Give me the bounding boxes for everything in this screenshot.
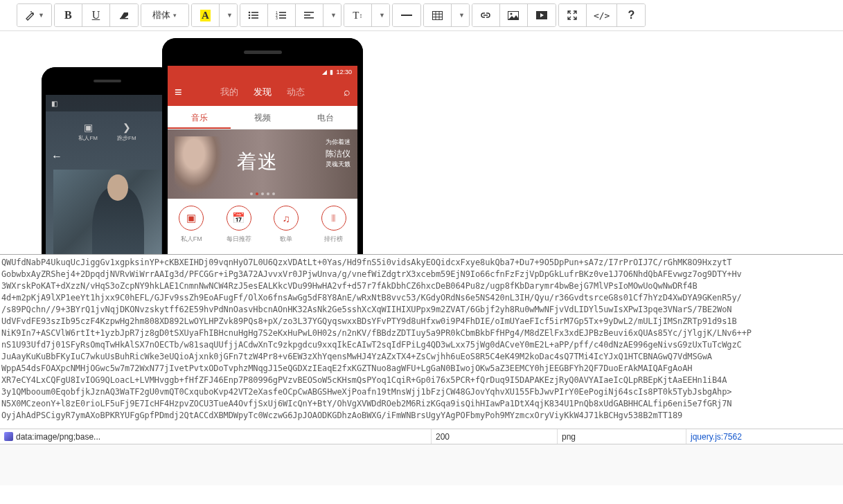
svg-rect-14 <box>304 15 310 16</box>
base64-output[interactable]: QWUfdNabP4UkuqUcJiggGv1xgpksinYP+cKBXEIH… <box>0 255 843 429</box>
feature-rank: ⫴排行榜 <box>310 206 358 249</box>
table-button[interactable] <box>424 4 452 26</box>
magic-button[interactable]: ▼ <box>17 4 51 26</box>
ordered-list-button[interactable]: 123 <box>268 4 296 26</box>
svg-rect-16 <box>401 15 412 16</box>
feature-icons: ▣私人FM 📅每日推荐 ♫歌单 ⫴排行榜 <box>168 199 357 249</box>
run-icon: ❯ <box>117 122 136 133</box>
svg-rect-10 <box>279 15 286 16</box>
svg-rect-13 <box>304 12 314 13</box>
editor-container: ▼ B U 楷体▾ A ▼ 123 ▼ T↕ ▼ ▼ <box>0 0 843 254</box>
resource-icon <box>4 432 13 441</box>
editor-toolbar: ▼ B U 楷体▾ A ▼ 123 ▼ T↕ ▼ ▼ <box>0 0 843 31</box>
svg-point-5 <box>249 17 251 19</box>
fm-icon: ▣ <box>179 206 204 231</box>
table-dropdown[interactable]: ▼ <box>452 4 469 26</box>
resource-name-cell[interactable]: data:image/png;base... <box>0 429 432 444</box>
nav-my: 我的 <box>220 86 238 98</box>
banner-title: 着迷 <box>237 149 278 175</box>
feature-playlist: ♫歌单 <box>263 206 310 249</box>
status-time: 12:30 <box>336 69 352 75</box>
svg-point-23 <box>511 12 513 15</box>
radio-icon: ▣ <box>78 122 98 133</box>
back-arrow-icon: ← <box>51 150 163 163</box>
initiator-link[interactable]: jquery.js:7562 <box>691 432 742 442</box>
feature-daily: 📅每日推荐 <box>215 206 263 249</box>
initiator-cell[interactable]: jquery.js:7562 <box>686 429 843 444</box>
picture-button[interactable] <box>500 4 528 26</box>
svg-point-3 <box>249 15 251 17</box>
font-family-label: 楷体 <box>152 9 170 21</box>
editor-content-area[interactable]: ◧ ▣私人FM ❯跑步FM ← 寻 外 ◢ <box>0 31 843 254</box>
resource-name: data:image/png;base... <box>16 432 100 442</box>
font-color-button[interactable]: A <box>192 4 220 26</box>
devtools-empty-area <box>0 444 843 485</box>
phone-mockup-back: ◧ ▣私人FM ❯跑步FM ← 寻 外 <box>42 67 173 254</box>
paragraph-dropdown[interactable]: ▼ <box>323 4 341 26</box>
calendar-icon: 📅 <box>227 206 251 231</box>
back-nav-run: ❯跑步FM <box>117 122 136 142</box>
subtab-video: 视频 <box>231 106 294 129</box>
font-color-dropdown[interactable]: ▼ <box>220 4 237 26</box>
video-button[interactable] <box>528 4 556 26</box>
svg-rect-8 <box>279 12 286 13</box>
signal-icon: ◢ <box>322 69 327 75</box>
svg-rect-0 <box>120 18 128 19</box>
chart-icon: ⫴ <box>321 206 346 231</box>
nav-dynamic: 动态 <box>287 86 305 98</box>
svg-rect-12 <box>279 17 286 19</box>
phone-mockup-front: ◢ ▮ 12:30 ≡ 我的 发现 动态 ⌕ 音乐 视频 电台 <box>162 38 363 254</box>
banner: 着迷 为你着迷 陈洁仪 灵魂天籁 <box>168 129 357 199</box>
back-nav-fm: ▣私人FM <box>78 122 98 142</box>
network-row[interactable]: data:image/png;base... 200 png jquery.js… <box>0 429 843 444</box>
menu-icon: ≡ <box>175 85 182 100</box>
mime-cell: png <box>558 429 686 444</box>
help-button[interactable]: ? <box>617 4 645 26</box>
search-icon: ⌕ <box>344 86 350 98</box>
bold-button[interactable]: B <box>55 4 82 26</box>
subtab-radio: 电台 <box>294 106 357 129</box>
svg-rect-17 <box>432 11 442 19</box>
svg-point-1 <box>249 12 251 14</box>
statusbar-icon: ◧ <box>51 100 57 107</box>
app-header: ≡ 我的 发现 动态 ⌕ <box>168 78 357 106</box>
svg-rect-6 <box>251 17 258 19</box>
heading-button[interactable]: T↕ <box>344 4 372 26</box>
underline-button[interactable]: U <box>82 4 110 26</box>
heading-dropdown[interactable]: ▼ <box>372 4 389 26</box>
svg-rect-2 <box>251 12 258 13</box>
devtools-panel: QWUfdNabP4UkuqUcJiggGv1xgpksinYP+cKBXEIH… <box>0 254 843 485</box>
fullscreen-button[interactable] <box>559 4 587 26</box>
phone-status-bar: ◢ ▮ 12:30 <box>168 66 357 78</box>
font-family-select[interactable]: 楷体▾ <box>141 4 188 26</box>
paragraph-align-button[interactable] <box>296 4 323 26</box>
nav-discover: 发现 <box>254 86 272 98</box>
link-button[interactable] <box>472 4 500 26</box>
banner-side-3: 灵魂天籁 <box>326 160 350 170</box>
album-cover-back: 寻 外 <box>53 170 161 254</box>
battery-icon: ▮ <box>330 69 333 75</box>
playlist-icon: ♫ <box>274 206 299 231</box>
codeview-button[interactable]: </> <box>587 4 617 26</box>
status-code-cell: 200 <box>432 429 558 444</box>
subtab-music: 音乐 <box>168 106 231 129</box>
feature-fm: ▣私人FM <box>168 206 215 249</box>
unordered-list-button[interactable] <box>240 4 268 26</box>
sub-tabs: 音乐 视频 电台 <box>168 106 357 129</box>
banner-side-1: 为你着迷 <box>326 138 350 147</box>
banner-side-2: 陈洁仪 <box>326 147 350 160</box>
svg-text:3: 3 <box>276 16 278 20</box>
hr-button[interactable] <box>393 4 420 26</box>
svg-rect-15 <box>304 17 314 19</box>
svg-rect-4 <box>251 15 258 16</box>
erase-button[interactable] <box>110 4 138 26</box>
